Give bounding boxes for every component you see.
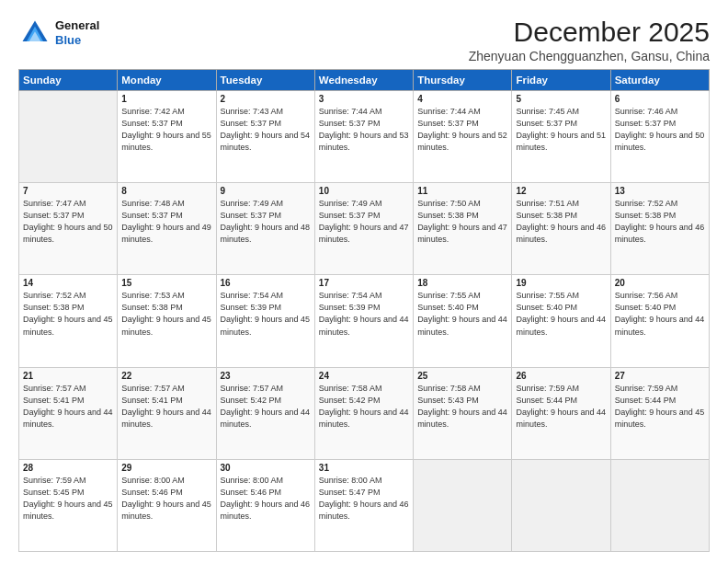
day-number: 28 [23, 463, 113, 473]
calendar-page: General Blue December 2025 Zhenyuan Chen… [0, 0, 728, 563]
logo: General Blue [18, 17, 99, 50]
day-number: 6 [615, 94, 705, 104]
day-number: 19 [516, 278, 606, 288]
calendar-cell: 15Sunrise: 7:53 AM Sunset: 5:38 PM Dayli… [118, 275, 216, 367]
calendar-cell: 7Sunrise: 7:47 AM Sunset: 5:37 PM Daylig… [19, 183, 118, 275]
cell-content: Sunrise: 7:59 AM Sunset: 5:45 PM Dayligh… [23, 475, 113, 523]
day-number: 7 [23, 186, 113, 196]
location-title: Zhenyuan Chengguanzhen, Gansu, China [469, 49, 710, 63]
calendar-cell: 16Sunrise: 7:54 AM Sunset: 5:39 PM Dayli… [216, 275, 314, 367]
calendar-cell: 21Sunrise: 7:57 AM Sunset: 5:41 PM Dayli… [19, 367, 118, 459]
cell-content: Sunrise: 7:44 AM Sunset: 5:37 PM Dayligh… [319, 106, 409, 154]
week-row-0: 1Sunrise: 7:42 AM Sunset: 5:37 PM Daylig… [19, 91, 710, 183]
cell-content: Sunrise: 7:50 AM Sunset: 5:38 PM Dayligh… [417, 198, 507, 246]
day-number: 18 [417, 278, 507, 288]
weekday-header-tuesday: Tuesday [216, 70, 314, 91]
cell-content: Sunrise: 7:52 AM Sunset: 5:38 PM Dayligh… [23, 290, 113, 338]
calendar-cell: 20Sunrise: 7:56 AM Sunset: 5:40 PM Dayli… [610, 275, 709, 367]
cell-content: Sunrise: 7:57 AM Sunset: 5:41 PM Dayligh… [121, 383, 211, 431]
day-number: 21 [23, 371, 113, 381]
cell-content: Sunrise: 8:00 AM Sunset: 5:46 PM Dayligh… [121, 475, 211, 523]
cell-content: Sunrise: 7:45 AM Sunset: 5:37 PM Dayligh… [516, 106, 606, 154]
day-number: 1 [121, 94, 211, 104]
weekday-header-thursday: Thursday [414, 70, 512, 91]
cell-content: Sunrise: 7:48 AM Sunset: 5:37 PM Dayligh… [121, 198, 211, 246]
day-number: 30 [221, 463, 311, 473]
week-row-2: 14Sunrise: 7:52 AM Sunset: 5:38 PM Dayli… [19, 275, 710, 367]
cell-content: Sunrise: 7:55 AM Sunset: 5:40 PM Dayligh… [516, 290, 606, 338]
calendar-cell: 26Sunrise: 7:59 AM Sunset: 5:44 PM Dayli… [512, 367, 610, 459]
cell-content: Sunrise: 7:57 AM Sunset: 5:42 PM Dayligh… [221, 383, 311, 431]
cell-content: Sunrise: 8:00 AM Sunset: 5:46 PM Dayligh… [221, 475, 311, 523]
day-number: 29 [121, 463, 211, 473]
week-row-4: 28Sunrise: 7:59 AM Sunset: 5:45 PM Dayli… [19, 459, 710, 551]
day-number: 25 [417, 371, 507, 381]
cell-content: Sunrise: 7:49 AM Sunset: 5:37 PM Dayligh… [221, 198, 311, 246]
calendar-cell: 9Sunrise: 7:49 AM Sunset: 5:37 PM Daylig… [216, 183, 314, 275]
cell-content: Sunrise: 7:59 AM Sunset: 5:44 PM Dayligh… [615, 383, 705, 431]
day-number: 4 [417, 94, 507, 104]
calendar-cell: 24Sunrise: 7:58 AM Sunset: 5:42 PM Dayli… [314, 367, 413, 459]
day-number: 13 [615, 186, 705, 196]
calendar-cell: 28Sunrise: 7:59 AM Sunset: 5:45 PM Dayli… [19, 459, 118, 551]
calendar-cell: 25Sunrise: 7:58 AM Sunset: 5:43 PM Dayli… [414, 367, 512, 459]
cell-content: Sunrise: 8:00 AM Sunset: 5:47 PM Dayligh… [319, 475, 409, 523]
cell-content: Sunrise: 7:43 AM Sunset: 5:37 PM Dayligh… [221, 106, 311, 154]
logo-icon [18, 17, 51, 50]
month-title: December 2025 [469, 17, 710, 47]
cell-content: Sunrise: 7:59 AM Sunset: 5:44 PM Dayligh… [516, 383, 606, 431]
day-number: 22 [121, 371, 211, 381]
week-row-1: 7Sunrise: 7:47 AM Sunset: 5:37 PM Daylig… [19, 183, 710, 275]
cell-content: Sunrise: 7:58 AM Sunset: 5:42 PM Dayligh… [319, 383, 409, 431]
day-number: 31 [319, 463, 409, 473]
calendar-cell [414, 459, 512, 551]
calendar-cell: 11Sunrise: 7:50 AM Sunset: 5:38 PM Dayli… [414, 183, 512, 275]
calendar-cell: 12Sunrise: 7:51 AM Sunset: 5:38 PM Dayli… [512, 183, 610, 275]
calendar-cell: 23Sunrise: 7:57 AM Sunset: 5:42 PM Dayli… [216, 367, 314, 459]
calendar-cell: 6Sunrise: 7:46 AM Sunset: 5:37 PM Daylig… [610, 91, 709, 183]
title-block: December 2025 Zhenyuan Chengguanzhen, Ga… [469, 17, 710, 63]
weekday-header-row: SundayMondayTuesdayWednesdayThursdayFrid… [19, 70, 710, 91]
cell-content: Sunrise: 7:47 AM Sunset: 5:37 PM Dayligh… [23, 198, 113, 246]
calendar-cell: 8Sunrise: 7:48 AM Sunset: 5:37 PM Daylig… [118, 183, 216, 275]
day-number: 2 [221, 94, 311, 104]
day-number: 15 [121, 278, 211, 288]
cell-content: Sunrise: 7:52 AM Sunset: 5:38 PM Dayligh… [615, 198, 705, 246]
calendar-cell: 13Sunrise: 7:52 AM Sunset: 5:38 PM Dayli… [610, 183, 709, 275]
logo-line2: Blue [55, 33, 99, 48]
calendar-cell: 14Sunrise: 7:52 AM Sunset: 5:38 PM Dayli… [19, 275, 118, 367]
calendar-cell [512, 459, 610, 551]
cell-content: Sunrise: 7:51 AM Sunset: 5:38 PM Dayligh… [516, 198, 606, 246]
calendar-cell: 29Sunrise: 8:00 AM Sunset: 5:46 PM Dayli… [118, 459, 216, 551]
cell-content: Sunrise: 7:56 AM Sunset: 5:40 PM Dayligh… [615, 290, 705, 338]
calendar-cell: 30Sunrise: 8:00 AM Sunset: 5:46 PM Dayli… [216, 459, 314, 551]
weekday-header-sunday: Sunday [19, 70, 118, 91]
weekday-header-saturday: Saturday [610, 70, 709, 91]
cell-content: Sunrise: 7:44 AM Sunset: 5:37 PM Dayligh… [417, 106, 507, 154]
calendar-cell: 4Sunrise: 7:44 AM Sunset: 5:37 PM Daylig… [414, 91, 512, 183]
day-number: 26 [516, 371, 606, 381]
cell-content: Sunrise: 7:53 AM Sunset: 5:38 PM Dayligh… [121, 290, 211, 338]
calendar-cell: 3Sunrise: 7:44 AM Sunset: 5:37 PM Daylig… [314, 91, 413, 183]
day-number: 8 [121, 186, 211, 196]
cell-content: Sunrise: 7:54 AM Sunset: 5:39 PM Dayligh… [221, 290, 311, 338]
logo-text: General Blue [55, 18, 99, 47]
day-number: 3 [319, 94, 409, 104]
day-number: 10 [319, 186, 409, 196]
calendar-cell: 17Sunrise: 7:54 AM Sunset: 5:39 PM Dayli… [314, 275, 413, 367]
calendar-cell [19, 91, 118, 183]
day-number: 16 [221, 278, 311, 288]
day-number: 24 [319, 371, 409, 381]
weekday-header-friday: Friday [512, 70, 610, 91]
day-number: 20 [615, 278, 705, 288]
cell-content: Sunrise: 7:46 AM Sunset: 5:37 PM Dayligh… [615, 106, 705, 154]
week-row-3: 21Sunrise: 7:57 AM Sunset: 5:41 PM Dayli… [19, 367, 710, 459]
day-number: 14 [23, 278, 113, 288]
calendar-cell: 10Sunrise: 7:49 AM Sunset: 5:37 PM Dayli… [314, 183, 413, 275]
cell-content: Sunrise: 7:55 AM Sunset: 5:40 PM Dayligh… [417, 290, 507, 338]
calendar-cell: 19Sunrise: 7:55 AM Sunset: 5:40 PM Dayli… [512, 275, 610, 367]
weekday-header-monday: Monday [118, 70, 216, 91]
day-number: 11 [417, 186, 507, 196]
calendar-cell: 18Sunrise: 7:55 AM Sunset: 5:40 PM Dayli… [414, 275, 512, 367]
calendar-cell [610, 459, 709, 551]
